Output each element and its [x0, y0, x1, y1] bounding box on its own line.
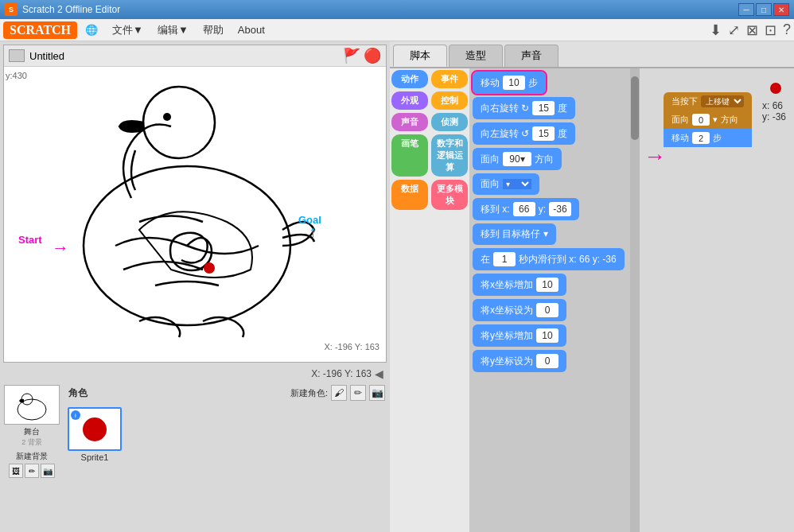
move-steps-block[interactable]: 移动 步 [473, 72, 546, 94]
scrollbar-thumb[interactable] [631, 76, 639, 140]
dir-value-input[interactable] [692, 114, 710, 126]
bg-paint-icon[interactable]: 🖼 [9, 464, 23, 478]
turn-left-input[interactable] [532, 126, 555, 141]
new-bg-label: 新建背景 [16, 451, 48, 462]
cat-looks[interactable]: 外观 [391, 91, 428, 110]
cat-pen[interactable]: 画笔 [391, 134, 428, 177]
goto-x-input[interactable] [513, 202, 535, 216]
glide-time-input[interactable] [493, 252, 516, 266]
script-move-suffix: 步 [713, 132, 722, 144]
tabs-bar: 脚本 造型 声音 [390, 41, 794, 68]
face-toward-select[interactable]: ▾ [503, 179, 531, 189]
menu-edit[interactable]: 编辑▼ [151, 20, 195, 41]
cat-more[interactable]: 更多模块 [431, 180, 468, 210]
set-x-block[interactable]: 将x坐标设为 [473, 299, 566, 321]
tab-script[interactable]: 脚本 [393, 45, 447, 67]
script-move-block[interactable]: 移动 步 [664, 129, 752, 147]
goal-arrow: ↑ [309, 222, 317, 243]
expand-icon[interactable]: ⤢ [728, 21, 740, 39]
menu-file[interactable]: 文件▼ [106, 20, 150, 41]
edit-sprite-btn[interactable]: ✏ [350, 385, 366, 401]
block-text-degree1: 度 [558, 102, 567, 115]
green-flag-button[interactable]: 🚩 [343, 47, 360, 64]
stop-button[interactable]: 🔴 [364, 47, 381, 64]
connecting-arrow: → [644, 144, 666, 169]
cat-sound[interactable]: 声音 [391, 113, 428, 131]
face-direction-block[interactable]: 面向 方向 [473, 148, 562, 170]
change-y-block[interactable]: 将y坐标增加 [473, 324, 566, 347]
block-text-move: 移动 [481, 76, 500, 90]
change-x-input[interactable] [536, 278, 559, 292]
cat-data[interactable]: 数据 [391, 180, 428, 210]
block-text-cx: 将x坐标增加 [481, 278, 533, 292]
svg-rect-4 [6, 387, 58, 423]
go-to-xy-block[interactable]: 移到 x: y: [473, 198, 579, 220]
cat-sensing[interactable]: 侦测 [431, 113, 468, 131]
stage-area: Untitled 🚩 🔴 y:430 [3, 45, 387, 363]
block-text-turnl: 向左旋转 ↺ [481, 127, 529, 141]
block-text-face2: 面向 [481, 177, 500, 191]
turn-left-block[interactable]: 向左旋转 ↺ 度 [473, 122, 575, 145]
sprites-list-section: 角色 新建角色: 🖌 ✏ 📷 i [64, 382, 390, 532]
globe-icon[interactable]: 🌐 [79, 21, 104, 39]
help-icon[interactable]: ? [783, 21, 791, 38]
cat-events[interactable]: 事件 [431, 70, 468, 88]
set-y-block[interactable]: 将y坐标设为 [473, 350, 566, 372]
scratch-logo: SCRATCH [3, 21, 77, 39]
tab-sound[interactable]: 声音 [504, 45, 559, 67]
face-toward-block[interactable]: 面向 ▾ [473, 173, 539, 195]
blocks-scrollbar[interactable] [630, 68, 640, 532]
glide-block[interactable]: 在 秒内滑行到 x: 66 y: -36 [473, 248, 625, 270]
download-icon[interactable]: ⬇ [710, 21, 722, 39]
move-steps-input[interactable] [503, 76, 525, 90]
stage-thumb-section: 舞台 2 背景 新建背景 🖼 ✏ 📷 [0, 382, 64, 532]
direction-block[interactable]: 面向 ▾ 方向 [664, 111, 752, 129]
hat-block[interactable]: 当按下 上移键 [664, 92, 752, 111]
stage-canvas: y:430 [4, 67, 386, 353]
list-item[interactable]: i Sprite1 [67, 407, 123, 462]
svg-point-3 [163, 113, 171, 121]
goto-y-input[interactable] [549, 202, 571, 216]
turn-right-input[interactable] [532, 101, 555, 115]
script-area[interactable]: → 当按下 上移键 面向 ▾ 方向 [640, 68, 794, 532]
blocks-list: 移动 步 向右旋转 ↻ 度 向左旋转 ↺ 度 面向 方向 [469, 68, 630, 532]
change-x-block[interactable]: 将x坐标增加 [473, 274, 566, 296]
maximize-button[interactable]: □ [756, 3, 772, 16]
menu-help[interactable]: 帮助 [197, 20, 230, 41]
go-to-target-block[interactable]: 移到 目标格仔 ▾ [473, 223, 556, 245]
menu-about[interactable]: About [232, 21, 271, 39]
dir-text: 面向 [671, 114, 689, 126]
window-title: Scratch 2 Offline Editor [22, 4, 738, 15]
titlebar: S Scratch 2 Offline Editor ─ □ ✕ [0, 0, 794, 19]
bg-camera-icon[interactable]: 📷 [41, 464, 55, 478]
cat-operators[interactable]: 数字和逻辑运算 [431, 134, 468, 177]
minimize-button[interactable]: ─ [738, 3, 754, 16]
svg-point-8 [83, 417, 107, 441]
tab-costume[interactable]: 造型 [449, 45, 503, 67]
svg-point-2 [204, 262, 215, 274]
face-direction-input[interactable] [503, 152, 531, 166]
cat-control[interactable]: 控制 [431, 91, 468, 110]
camera-icon[interactable]: ⊡ [765, 21, 776, 39]
stage-header: Untitled 🚩 🔴 [4, 45, 386, 67]
set-x-input[interactable] [536, 303, 559, 317]
fullscreen-icon[interactable]: ⊠ [746, 21, 758, 39]
close-button[interactable]: ✕ [773, 3, 789, 16]
stage-controls: 🚩 🔴 [343, 47, 381, 64]
cat-motion[interactable]: 动作 [391, 70, 428, 88]
script-move-input[interactable] [692, 132, 710, 144]
main-layout: Untitled 🚩 🔴 y:430 [0, 41, 794, 532]
change-y-input[interactable] [536, 328, 559, 343]
block-text-glide2: 秒内滑行到 x: 66 y: -36 [519, 253, 617, 266]
resize-handle[interactable]: ◀ [375, 367, 383, 380]
hat-key-select[interactable]: 上移键 [701, 95, 744, 107]
set-y-input[interactable] [536, 354, 559, 368]
dir-suffix: 方向 [721, 114, 738, 126]
bg-edit-icon[interactable]: ✏ [25, 464, 39, 478]
camera-sprite-btn[interactable]: 📷 [369, 385, 385, 401]
paint-sprite-btn[interactable]: 🖌 [331, 385, 347, 401]
stage-coordinates: X: -196 Y: 163 [324, 342, 379, 351]
block-text-goto: 移到 x: [481, 203, 510, 216]
turn-right-block[interactable]: 向右旋转 ↻ 度 [473, 97, 575, 119]
stage-title: Untitled [29, 50, 338, 62]
